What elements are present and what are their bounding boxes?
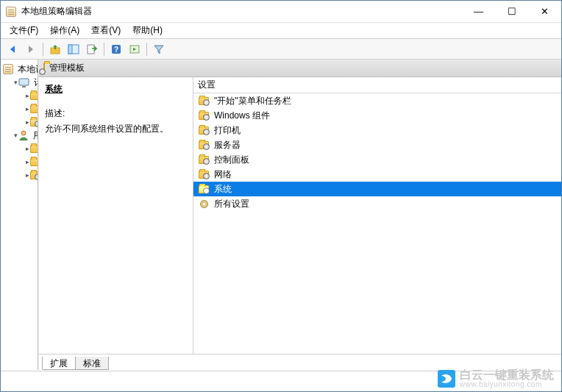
content-header: 管理模板 (39, 60, 561, 77)
tree-item-label: 用户配置 (31, 129, 38, 143)
settings-icon (198, 198, 210, 210)
list-row[interactable]: "开始"菜单和任务栏 (193, 93, 561, 108)
list-row-label: 服务器 (214, 139, 241, 152)
window-controls: — ☐ ✕ (462, 1, 561, 22)
tab-extended[interactable]: 扩展 (42, 357, 76, 370)
list-row[interactable]: 网络 (193, 167, 561, 182)
chevron-right-icon[interactable]: ▸ (26, 91, 29, 100)
list-row[interactable]: 系统 (193, 182, 561, 196)
tree-user-config[interactable]: ▾ 用户配置 (13, 129, 38, 142)
folder-icon (30, 156, 38, 168)
nav-forward-button[interactable] (22, 40, 40, 58)
menu-file[interactable]: 文件(F) (4, 23, 44, 38)
nav-back-button[interactable] (4, 40, 21, 58)
list-row-label: 网络 (214, 168, 232, 181)
policy-icon (3, 63, 13, 75)
folder-icon (198, 139, 210, 151)
tree-user-software[interactable]: ▸ 软件设置 (24, 142, 38, 155)
toolbar-separator (104, 43, 104, 56)
list-row-label: 控制面板 (214, 154, 249, 166)
folder-icon (30, 143, 38, 154)
export-list-button[interactable] (83, 40, 101, 58)
tree-pane[interactable]: 本地计算机 策略 ▾ 计算机配置 ▸ (1, 60, 38, 370)
tree-computer-config[interactable]: ▾ 计算机配置 (13, 76, 38, 89)
list-row-label: "开始"菜单和任务栏 (214, 95, 291, 107)
tree-root-label: 本地计算机 策略 (15, 63, 38, 76)
svg-rect-7 (19, 79, 29, 85)
folder-icon (198, 183, 210, 195)
list-body[interactable]: "开始"菜单和任务栏Windows 组件打印机服务器控制面板网络系统所有设置 (193, 93, 561, 354)
content-header-title: 管理模板 (49, 62, 85, 74)
folder-icon (198, 154, 210, 165)
chevron-down-icon[interactable]: ▾ (14, 78, 18, 87)
list-row[interactable]: 服务器 (193, 138, 561, 152)
description-label: 描述: (45, 107, 185, 120)
tree-comp-admin[interactable]: ▸ 管理模板 (24, 115, 38, 129)
folder-icon (30, 90, 38, 101)
folder-open-icon (30, 116, 38, 128)
list-row[interactable]: 控制面板 (193, 152, 561, 167)
toolbar: ? (1, 39, 561, 60)
app-icon (5, 6, 17, 18)
options-button[interactable] (126, 40, 143, 58)
list-row-label: Windows 组件 (214, 110, 270, 122)
up-folder-button[interactable] (46, 40, 64, 58)
tree-root[interactable]: 本地计算机 策略 (1, 63, 38, 76)
chevron-right-icon[interactable]: ▸ (26, 104, 29, 113)
folder-icon (198, 95, 210, 107)
tree-comp-windows[interactable]: ▸ Windows 设置 (24, 102, 38, 115)
folder-icon (43, 63, 45, 74)
description-text: 允许不同系统组件设置的配置。 (45, 123, 185, 135)
chevron-right-icon[interactable]: ▸ (26, 118, 29, 126)
folder-icon (198, 168, 210, 180)
chevron-right-icon[interactable]: ▸ (26, 157, 29, 166)
view-tabs: 扩展 标准 (39, 354, 561, 370)
menu-view[interactable]: 查看(V) (85, 23, 127, 38)
close-button[interactable]: ✕ (528, 1, 561, 22)
tab-standard[interactable]: 标准 (75, 357, 109, 370)
content-pane: 管理模板 系统 描述: 允许不同系统组件设置的配置。 设置 "开始"菜单和任务栏… (39, 60, 561, 370)
list-row-label: 所有设置 (214, 198, 249, 210)
chevron-right-icon[interactable]: ▸ (26, 144, 29, 153)
svg-rect-3 (88, 45, 94, 54)
tree-item-label: 计算机配置 (32, 76, 38, 90)
menu-bar: 文件(F) 操作(A) 查看(V) 帮助(H) (1, 23, 561, 39)
list-row[interactable]: 所有设置 (193, 196, 561, 211)
list-column-header[interactable]: 设置 (193, 77, 561, 93)
folder-icon (30, 169, 38, 181)
computer-icon (18, 76, 29, 88)
menu-help[interactable]: 帮助(H) (127, 23, 168, 38)
list-column: 设置 "开始"菜单和任务栏Windows 组件打印机服务器控制面板网络系统所有设… (193, 77, 561, 354)
main-body: 本地计算机 策略 ▾ 计算机配置 ▸ (1, 60, 561, 370)
list-row-label: 系统 (214, 183, 232, 196)
chevron-down-icon[interactable]: ▾ (14, 131, 18, 140)
svg-point-11 (202, 202, 205, 205)
svg-text:?: ? (114, 46, 118, 54)
column-header-label: 设置 (198, 79, 216, 91)
list-row-label: 打印机 (214, 124, 241, 137)
svg-rect-8 (22, 86, 26, 88)
toolbar-separator (146, 43, 147, 56)
list-row[interactable]: Windows 组件 (193, 108, 561, 123)
filter-button[interactable] (150, 40, 168, 58)
selected-item-title: 系统 (45, 83, 185, 96)
tree-comp-software[interactable]: ▸ 软件设置 (24, 89, 38, 102)
folder-icon (198, 110, 210, 121)
folder-icon (198, 124, 210, 136)
folder-icon (30, 103, 38, 115)
title-bar: 本地组策略编辑器 — ☐ ✕ (1, 1, 561, 23)
list-row[interactable]: 打印机 (193, 123, 561, 138)
chevron-right-icon[interactable]: ▸ (26, 171, 29, 179)
window-title: 本地组策略编辑器 (21, 5, 92, 18)
maximize-button[interactable]: ☐ (495, 1, 528, 22)
svg-rect-2 (68, 45, 72, 54)
tree-user-admin[interactable]: ▸ 管理模板 (24, 168, 38, 182)
show-hide-tree-button[interactable] (65, 40, 82, 58)
status-bar (1, 371, 561, 391)
tree-user-windows[interactable]: ▸ Windows 设置 (24, 155, 38, 168)
help-button[interactable]: ? (107, 40, 125, 58)
toolbar-separator (43, 43, 43, 56)
user-icon (18, 129, 29, 141)
minimize-button[interactable]: — (462, 1, 495, 22)
menu-action[interactable]: 操作(A) (44, 23, 85, 38)
